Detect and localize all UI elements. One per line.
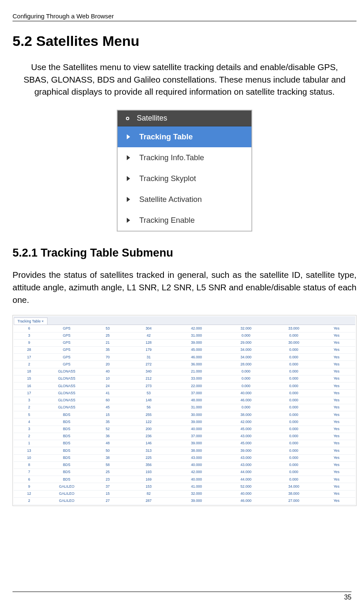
table-cell: BDS xyxy=(45,476,89,483)
table-row: 17GLONASS415337.00040.0000.000Yes xyxy=(14,390,355,397)
table-cell: 53 xyxy=(126,390,171,397)
table-cell: Yes xyxy=(318,325,355,332)
table-cell: 52 xyxy=(89,426,126,433)
table-row: 17GPS703146.00034.0000.000Yes xyxy=(14,354,355,361)
table-row: 1BDS4814639.00045.0000.000Yes xyxy=(14,440,355,447)
table-cell: 31.000 xyxy=(171,404,222,411)
section-intro: Use the Satellites menu to view satellit… xyxy=(14,61,355,98)
chevron-right-icon xyxy=(127,134,130,139)
table-cell: 42.000 xyxy=(222,418,270,426)
table-cell: 15 xyxy=(89,411,126,418)
table-cell: 0.000 xyxy=(270,469,318,476)
table-cell: 25 xyxy=(89,469,126,476)
table-cell: Yes xyxy=(318,375,355,382)
table-cell: 0.000 xyxy=(270,476,318,483)
table-cell: 46.000 xyxy=(222,397,270,404)
chevron-right-icon xyxy=(127,218,130,223)
menu-item-label: Satellite Activation xyxy=(139,195,202,204)
table-cell: 38 xyxy=(89,454,126,461)
tab-tracking-table[interactable]: Tracking Table × xyxy=(14,317,48,325)
table-cell: 273 xyxy=(126,383,171,390)
table-cell: GLONASS xyxy=(45,383,89,390)
table-cell: 0.000 xyxy=(222,383,270,390)
menu-item-tracking-enable[interactable]: Tracking Enable xyxy=(118,210,251,231)
table-cell: BDS xyxy=(45,447,89,454)
tab-bar: Tracking Table × xyxy=(14,316,355,325)
table-cell: 3 xyxy=(14,426,45,433)
table-cell: Yes xyxy=(318,411,355,418)
table-cell: 39.000 xyxy=(171,339,222,346)
table-cell: 21.000 xyxy=(171,368,222,375)
table-cell: 3 xyxy=(14,332,45,339)
table-cell: 27.000 xyxy=(270,497,318,504)
table-cell: 39.000 xyxy=(171,418,222,426)
table-cell: GLONASS xyxy=(45,404,89,411)
table-cell: 18 xyxy=(14,368,45,375)
table-cell: 32.000 xyxy=(222,325,270,332)
table-cell: 33.000 xyxy=(270,325,318,332)
table-cell: 44.000 xyxy=(222,469,270,476)
table-cell: 0.000 xyxy=(270,461,318,468)
tracking-table-figure: Tracking Table × 6GPS5330442.00032.00033… xyxy=(13,315,356,506)
table-cell: Yes xyxy=(318,339,355,346)
table-row: 28GPS3517945.00034.0000.000Yes xyxy=(14,347,355,354)
table-cell: 0.000 xyxy=(270,418,318,426)
page-header: Configuring Through a Web Browser xyxy=(13,13,356,21)
table-cell: GPS xyxy=(45,339,89,346)
table-cell: 6 xyxy=(14,476,45,483)
table-row: 7BDS2519342.00044.0000.000Yes xyxy=(14,469,355,476)
table-cell: Yes xyxy=(318,469,355,476)
table-cell: 8 xyxy=(14,461,45,468)
table-row: 6GPS5330442.00032.00033.000Yes xyxy=(14,325,355,332)
table-cell: 36 xyxy=(89,433,126,440)
table-cell: GLONASS xyxy=(45,390,89,397)
table-cell: BDS xyxy=(45,418,89,426)
table-row: 8BDS5835640.00043.0000.000Yes xyxy=(14,461,355,468)
table-cell: 21 xyxy=(89,339,126,346)
table-cell: BDS xyxy=(45,469,89,476)
table-row: 4BDS3512239.00042.0000.000Yes xyxy=(14,418,355,426)
table-cell: 82 xyxy=(126,490,171,497)
table-cell: 31 xyxy=(126,354,171,361)
table-cell: 313 xyxy=(126,447,171,454)
table-cell: BDS xyxy=(45,426,89,433)
table-cell: 42 xyxy=(126,332,171,339)
menu-item-satellite-activation[interactable]: Satellite Activation xyxy=(118,189,251,210)
subsection-body: Provides the status of satellites tracke… xyxy=(13,269,356,306)
table-cell: 0.000 xyxy=(270,383,318,390)
table-cell: 53 xyxy=(89,325,126,332)
table-cell: 38.000 xyxy=(270,490,318,497)
table-cell: Yes xyxy=(318,454,355,461)
table-cell: 0.000 xyxy=(270,354,318,361)
menu-item-tracking-skyplot[interactable]: Tracking Skyplot xyxy=(118,168,251,189)
chevron-right-icon xyxy=(127,176,130,181)
table-cell: 304 xyxy=(126,325,171,332)
table-cell: 37.000 xyxy=(171,390,222,397)
table-cell: 48 xyxy=(89,440,126,447)
table-cell: 38.000 xyxy=(171,447,222,454)
table-cell: 40.000 xyxy=(171,426,222,433)
table-cell: Yes xyxy=(318,418,355,426)
table-cell: 40.000 xyxy=(171,476,222,483)
menu-item-tracking-info-table[interactable]: Tracking Info.Table xyxy=(118,147,251,168)
table-cell: 0.000 xyxy=(270,447,318,454)
table-cell: 35 xyxy=(89,418,126,426)
table-cell: Yes xyxy=(318,390,355,397)
table-cell: 29.000 xyxy=(222,339,270,346)
table-cell: Yes xyxy=(318,426,355,433)
table-cell: Yes xyxy=(318,447,355,454)
table-cell: 2 xyxy=(14,361,45,368)
table-cell: GPS xyxy=(45,354,89,361)
table-row: 3BDS5220040.00045.0000.000Yes xyxy=(14,426,355,433)
table-cell: 58 xyxy=(89,461,126,468)
page-footer: 35 xyxy=(13,592,351,601)
table-cell: 36.000 xyxy=(171,361,222,368)
table-cell: Yes xyxy=(318,397,355,404)
table-cell: 193 xyxy=(126,469,171,476)
menu-item-tracking-table[interactable]: Tracking Table xyxy=(118,126,251,147)
table-row: 6BDS2316940.00044.0000.000Yes xyxy=(14,476,355,483)
table-cell: BDS xyxy=(45,440,89,447)
subsection-title: 5.2.1 Tracking Table Submenu xyxy=(13,247,356,259)
table-row: 2GPS2027236.00028.0000.000Yes xyxy=(14,361,355,368)
table-cell: 0.000 xyxy=(270,375,318,382)
